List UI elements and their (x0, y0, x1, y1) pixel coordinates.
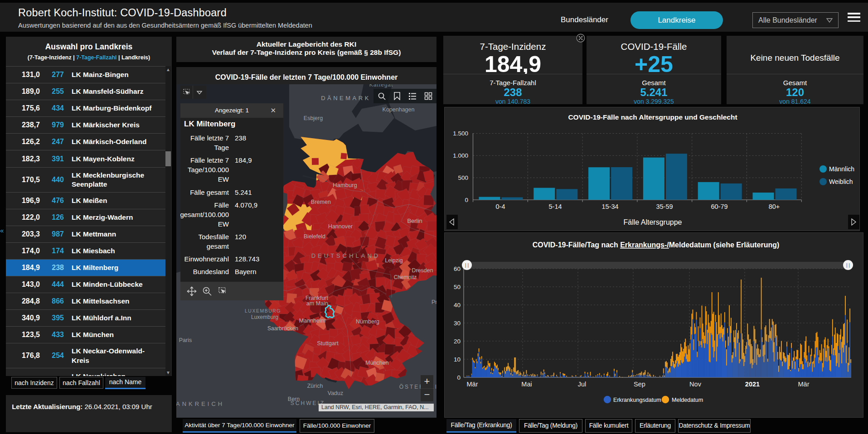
svg-text:Bremen: Bremen (311, 199, 331, 205)
svg-text:| |: | | (846, 263, 850, 268)
svg-text:0: 0 (457, 374, 461, 381)
svg-text:Leipzig: Leipzig (385, 257, 403, 264)
svg-text:15-34: 15-34 (601, 203, 618, 210)
svg-text:Mär: Mär (798, 381, 810, 388)
svg-text:2021: 2021 (745, 381, 760, 388)
svg-text:Fälle Altersgruppe: Fälle Altersgruppe (624, 218, 682, 226)
svg-text:Berlin: Berlin (407, 217, 422, 224)
svg-text:Mai: Mai (521, 381, 532, 388)
svg-text:Hamburg: Hamburg (333, 182, 357, 188)
svg-text:Luxemburg: Luxemburg (251, 314, 278, 320)
svg-text:DEUTSCHLAND: DEUTSCHLAND (311, 252, 381, 259)
svg-text:COVID-19-Fälle/Tag nach Erkran: COVID-19-Fälle/Tag nach Erkrankungs-/Mel… (533, 241, 780, 249)
svg-text:5-14: 5-14 (548, 203, 562, 210)
svg-text:Kattegat: Kattegat (369, 84, 393, 88)
svg-text:Dresden: Dresden (412, 267, 433, 274)
svg-text:0: 0 (465, 197, 468, 203)
svg-text:Prag: Prag (432, 299, 436, 305)
svg-text:0-4: 0-4 (496, 203, 505, 210)
svg-text:500: 500 (458, 174, 468, 181)
svg-text:80+: 80+ (769, 203, 780, 210)
svg-text:10: 10 (454, 356, 461, 363)
svg-text:35-59: 35-59 (656, 203, 673, 210)
svg-text:Chemnitz: Chemnitz (394, 274, 417, 280)
svg-text:40: 40 (454, 302, 461, 309)
svg-text:Meldedatum: Meldedatum (672, 397, 703, 403)
svg-text:Erkrankungsdatum: Erkrankungsdatum (613, 397, 661, 403)
svg-text:Esbjerg: Esbjerg (304, 115, 323, 121)
svg-text:Zürich: Zürich (307, 383, 323, 389)
svg-text:1.500: 1.500 (453, 130, 468, 137)
svg-text:Kopenhagen: Kopenhagen (383, 106, 415, 113)
svg-text:Bielefeld: Bielefeld (304, 233, 325, 240)
svg-text:Vaduz: Vaduz (328, 390, 344, 396)
svg-text:50: 50 (454, 284, 461, 290)
svg-text:COVID-19-Fälle nach Altersgrup: COVID-19-Fälle nach Altersgruppe und Ges… (568, 113, 737, 121)
svg-text:Mannheim: Mannheim (299, 318, 325, 324)
svg-text:1.000: 1.000 (453, 152, 468, 159)
svg-text:Hannover: Hannover (328, 223, 353, 230)
svg-text:Jul: Jul (578, 381, 587, 388)
svg-text:LUXEMBURG: LUXEMBURG (245, 308, 281, 313)
svg-text:20: 20 (454, 338, 461, 345)
svg-text:Stuttgart: Stuttgart (317, 340, 339, 347)
svg-text:Männlich: Männlich (829, 165, 854, 173)
svg-text:München: München (365, 360, 388, 366)
svg-text:Sep: Sep (634, 381, 645, 388)
svg-text:Nürnberg: Nürnberg (356, 318, 379, 325)
svg-text:60-79: 60-79 (711, 203, 727, 210)
svg-text:FRANKREICH: FRANKREICH (176, 400, 224, 407)
svg-text:am Main: am Main (306, 300, 328, 307)
svg-text:Mär: Mär (467, 381, 478, 388)
svg-text:Weiblich: Weiblich (829, 178, 853, 185)
svg-text:Saarbrücken: Saarbrücken (267, 325, 298, 332)
svg-text:60: 60 (454, 265, 461, 272)
svg-text:Nov: Nov (689, 381, 702, 388)
svg-text:30: 30 (454, 320, 461, 327)
svg-text:DÄNEMARK: DÄNEMARK (321, 95, 371, 101)
svg-text:Paris: Paris (179, 337, 192, 343)
svg-text:| |: | | (465, 263, 469, 268)
